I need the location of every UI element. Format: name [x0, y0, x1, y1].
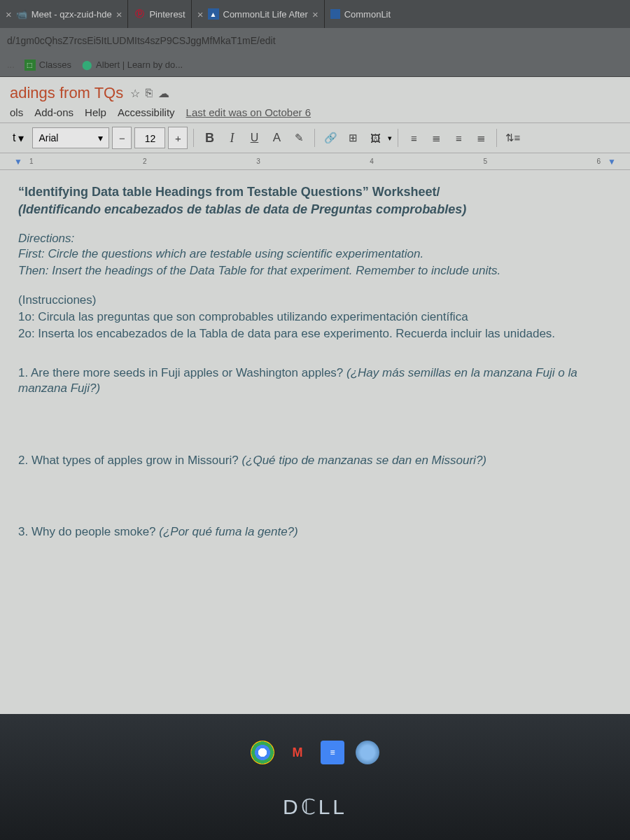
horizontal-ruler[interactable]: ▼ 1 2 3 4 5 6 ▼ — [0, 153, 630, 170]
menu-item[interactable]: Add-ons — [34, 106, 74, 118]
decrease-font-button[interactable]: − — [112, 127, 132, 149]
question-text-en: 1. Are there more seeds in Fuji apples o… — [18, 366, 346, 379]
meet-icon: 📹 — [16, 8, 27, 20]
ruler-mark: 3 — [256, 158, 260, 165]
laptop-bezel: M ≡ DℂLL — [0, 714, 630, 840]
move-icon[interactable]: ⎘ — [146, 87, 153, 100]
question-2: 2. What types of apples grow in Missouri… — [18, 453, 612, 468]
chevron-down-icon[interactable]: ▾ — [388, 134, 392, 143]
instrucciones-label: (Instrucciones) — [18, 293, 612, 308]
ruler-mark: 1 — [29, 158, 34, 165]
underline-button[interactable]: U — [244, 127, 264, 149]
document-canvas[interactable]: “Identifying Data table Headings from Te… — [0, 170, 630, 554]
ruler-mark: 6 — [597, 158, 601, 165]
worksheet-title-en: “Identifying Data table Headings from Te… — [18, 184, 612, 200]
styles-dropdown[interactable]: t ▾ — [7, 132, 29, 145]
question-1: 1. Are there more seeds in Fuji apples o… — [18, 365, 612, 396]
dell-logo: DℂLL — [0, 794, 630, 819]
formatting-toolbar: t ▾ Arial ▾ − 12 + B I U A ✎ 🔗 ⊞ 🖼 ▾ ≡ ≣… — [0, 122, 630, 153]
close-icon[interactable]: × — [116, 8, 122, 20]
ruler-mark: 2 — [143, 158, 147, 165]
tab-label: CommonLit — [344, 9, 391, 20]
commonlit-icon: ▲ — [208, 8, 219, 20]
instrucciones-line: 1o: Circula las preguntas que son compro… — [18, 309, 612, 325]
bookmark-item[interactable]: ⬚ Classes — [24, 59, 71, 71]
add-comment-button[interactable]: ⊞ — [343, 127, 363, 149]
line-spacing-button[interactable]: ⇅≡ — [503, 127, 522, 149]
address-bar[interactable]: d/1gm0cQhsZ7rcsEi5ItLUDMIts4szP9CSJggMfM… — [0, 28, 630, 53]
commonlit-icon — [330, 9, 340, 19]
increase-font-button[interactable]: + — [168, 127, 188, 149]
cloud-icon[interactable]: ☁ — [158, 87, 169, 100]
instrucciones-line: 2o: Inserta los encabezados de la Tabla … — [18, 326, 612, 342]
bold-button[interactable]: B — [200, 127, 219, 149]
windows-taskbar: M ≡ — [0, 735, 630, 770]
styles-label: t — [13, 132, 15, 144]
question-text-es: (¿Qué tipo de manzanas se dan en Missour… — [241, 454, 486, 467]
ruler-mark: 4 — [370, 158, 374, 165]
directions-line: Then: Insert the headings of the Data Ta… — [18, 263, 612, 279]
star-icon[interactable]: ☆ — [130, 87, 140, 100]
font-name-label: Arial — [38, 132, 58, 144]
ruler-mark: 5 — [483, 158, 487, 165]
bookmark-label: Albert | Learn by do... — [96, 59, 183, 70]
worksheet-title-es: (Identificando encabezados de tablas de … — [18, 202, 612, 218]
albert-icon: ⬤ — [81, 59, 92, 71]
directions-label: Directions: — [18, 231, 612, 246]
bookmarks-bar: ... ⬚ Classes ⬤ Albert | Learn by do... — [0, 53, 630, 77]
highlight-button[interactable]: ✎ — [289, 127, 309, 149]
align-center-button[interactable]: ≣ — [426, 127, 446, 149]
document-title[interactable]: adings from TQs — [10, 84, 123, 102]
question-3: 3. Why do people smoke? (¿Por qué fuma l… — [18, 524, 612, 540]
browser-tab[interactable]: × ▲ CommonLit Life After × — [192, 0, 325, 28]
last-edit-info[interactable]: Last edit was on October 6 — [186, 106, 311, 118]
url-text: d/1gm0cQhsZ7rcsEi5ItLUDMIts4szP9CSJggMfM… — [7, 35, 276, 46]
italic-button[interactable]: I — [222, 127, 241, 149]
menu-item[interactable]: ols — [10, 106, 23, 118]
tab-label: CommonLit Life After — [223, 9, 308, 20]
align-left-button[interactable]: ≡ — [404, 127, 424, 149]
browser-tab[interactable]: × 📹 Meet - qzx-zuid-hde × — [0, 0, 128, 28]
text-color-button[interactable]: A — [267, 127, 286, 149]
menu-bar: ols Add-ons Help Accessibility Last edit… — [0, 102, 630, 122]
menu-item[interactable]: Accessibility — [118, 106, 175, 118]
tab-label: Meet - qzx-zuid-hde — [31, 9, 112, 20]
align-right-button[interactable]: ≡ — [449, 127, 468, 149]
chevron-down-icon: ▾ — [98, 132, 103, 144]
insert-image-button[interactable]: 🖼 — [365, 127, 385, 149]
indent-marker-icon[interactable]: ▼ — [14, 157, 22, 167]
close-icon[interactable]: × — [6, 8, 12, 20]
close-icon[interactable]: × — [197, 8, 204, 20]
font-family-select[interactable]: Arial ▾ — [32, 127, 109, 148]
browser-tab[interactable]: ⓟ Pinterest — [128, 0, 191, 28]
docs-icon[interactable]: ≡ — [321, 741, 344, 764]
bookmark-overflow-icon: ... — [7, 59, 15, 70]
indent-marker-icon[interactable]: ▼ — [608, 157, 616, 167]
question-text-es: (¿Por qué fuma la gente?) — [159, 525, 298, 538]
tab-label: Pinterest — [149, 9, 185, 20]
menu-item[interactable]: Help — [85, 106, 106, 118]
bookmark-label: Classes — [39, 59, 71, 70]
chevron-down-icon: ▾ — [18, 132, 24, 145]
classroom-icon: ⬚ — [24, 59, 36, 71]
insert-link-button[interactable]: 🔗 — [321, 127, 340, 149]
browser-tab-strip: × 📹 Meet - qzx-zuid-hde × ⓟ Pinterest × … — [0, 0, 630, 28]
gmail-icon[interactable]: M — [286, 741, 309, 764]
question-text-en: 2. What types of apples grow in Missouri… — [18, 454, 241, 467]
app-icon[interactable] — [356, 741, 379, 764]
close-icon[interactable]: × — [312, 8, 318, 20]
chrome-icon[interactable] — [251, 741, 274, 764]
align-justify-button[interactable]: ≣ — [471, 127, 491, 149]
question-text-en: 3. Why do people smoke? — [18, 525, 159, 538]
browser-tab[interactable]: CommonLit — [325, 0, 396, 28]
directions-line: First: Circle the questions which are te… — [18, 246, 612, 262]
font-size-input[interactable]: 12 — [134, 127, 165, 148]
bookmark-item[interactable]: ⬤ Albert | Learn by do... — [81, 59, 183, 71]
pinterest-icon: ⓟ — [134, 8, 145, 20]
